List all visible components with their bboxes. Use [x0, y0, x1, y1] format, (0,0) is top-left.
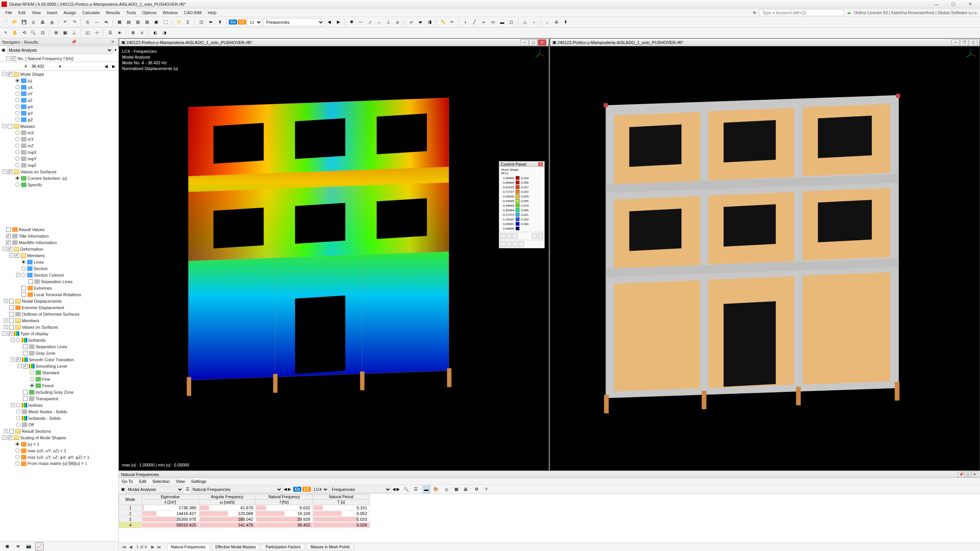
member-icon[interactable]: ═	[480, 18, 488, 26]
mode-dropdown-icon[interactable]: ▾	[59, 64, 61, 69]
table-row[interactable]: 214416.427120.06819.1090.052	[119, 511, 370, 517]
pg-next-icon[interactable]: ▶	[150, 544, 156, 549]
menu-cadbim[interactable]: CAD-BIM	[181, 10, 204, 16]
cp-tool4[interactable]	[532, 233, 537, 239]
menu-tools[interactable]: Tools	[123, 10, 139, 16]
lc-next-icon[interactable]: ▶	[334, 18, 343, 26]
render-solid-icon[interactable]: ▰	[416, 18, 425, 26]
nav-close-icon[interactable]: ✕	[109, 39, 116, 44]
rt-filter-icon[interactable]: ☰	[412, 485, 420, 494]
pg-prev-icon[interactable]: ◀	[127, 544, 134, 549]
lineload-icon[interactable]: ⇊	[552, 18, 561, 26]
ortho-icon[interactable]: ⊥	[70, 29, 78, 37]
menu-assign[interactable]: Assign	[60, 10, 79, 16]
rt-help-icon[interactable]: ?	[482, 485, 490, 494]
rmenu-settings[interactable]: Settings	[191, 479, 206, 484]
undo-icon[interactable]: ↶	[61, 18, 69, 26]
vp2-min[interactable]: —	[951, 39, 960, 46]
keyword-search[interactable]	[760, 9, 844, 16]
print-icon[interactable]: 🖶	[38, 18, 47, 26]
fullscreen-icon[interactable]: ⛶	[161, 18, 170, 26]
rmenu-sel[interactable]: Selection	[152, 479, 170, 484]
rt-export-icon[interactable]: ⎙	[443, 485, 451, 494]
cp-tool5[interactable]	[538, 233, 543, 239]
rt-excel-icon[interactable]: ▦	[452, 485, 461, 494]
menu-calculate[interactable]: Calculate	[79, 10, 103, 16]
rtab-emm[interactable]: Effective Modal Masses	[211, 544, 260, 550]
stress-icon[interactable]: σ	[394, 18, 402, 26]
rtab-pf[interactable]: Participation Factors	[261, 544, 305, 550]
window-close[interactable]: ✕	[962, 0, 978, 8]
open-icon[interactable]: 📂	[11, 18, 19, 26]
measure-icon[interactable]: 📏	[439, 18, 447, 26]
selfilter-icon[interactable]: ☰	[106, 29, 114, 37]
menu-insert[interactable]: Insert	[44, 10, 60, 16]
clip2-icon[interactable]: ◑	[160, 29, 169, 37]
pan-icon[interactable]: ✋	[11, 29, 19, 37]
nav-tab-results-icon[interactable]: 📈	[35, 542, 44, 551]
new-icon[interactable]: 📄	[2, 18, 10, 26]
menu-options[interactable]: Options	[139, 10, 160, 16]
rt-lc-combo[interactable]: LC4	[312, 486, 329, 493]
table-row[interactable]: 458310.425241.47638.4320.026	[119, 522, 370, 528]
results-table[interactable]: Mode Eigenvalue Angular Frequency Natura…	[119, 494, 980, 543]
canvas-model[interactable]	[550, 46, 980, 470]
moment-icon[interactable]: ⌓	[375, 18, 384, 26]
rmenu-goto[interactable]: Go To	[122, 479, 133, 484]
menu-file[interactable]: File	[2, 10, 15, 16]
lc-number-combo[interactable]: LC4	[247, 18, 262, 26]
node-icon[interactable]: •	[461, 18, 470, 26]
canvas-results[interactable]: LC4 - Frequencies Modal Analysis Mode No…	[119, 46, 549, 470]
lc-name-combo[interactable]: Frequencies	[263, 18, 324, 26]
vp1-min[interactable]: —	[520, 39, 529, 46]
rt-prev-icon[interactable]: ◀	[284, 487, 287, 492]
nav-pin-icon[interactable]: 📌	[70, 39, 78, 44]
rt-lcname-combo[interactable]: Frequencies	[330, 486, 391, 493]
vp1-max[interactable]: ▢	[529, 39, 537, 46]
rotate-icon[interactable]: ⟲	[20, 29, 28, 37]
menu-results[interactable]: Results	[103, 10, 123, 16]
cp-tab2[interactable]	[506, 241, 512, 247]
move-icon[interactable]: ↔	[93, 18, 101, 26]
vp2-max[interactable]: ▢	[969, 39, 977, 46]
solid-icon[interactable]: ▬	[498, 18, 506, 26]
vp1-close[interactable]: ✕	[538, 39, 546, 46]
window-minimize[interactable]: —	[928, 0, 945, 8]
surfload-icon[interactable]: ⬇	[562, 18, 570, 26]
cp-tool1[interactable]	[500, 233, 506, 239]
nav-tab-views-icon[interactable]: 📷	[24, 542, 33, 551]
redo-icon[interactable]: ↷	[70, 18, 78, 26]
cp-tab4[interactable]	[519, 241, 524, 247]
mode-prev-icon[interactable]: ◀	[105, 64, 108, 69]
rt-color-icon[interactable]: 🎨	[432, 485, 440, 494]
menu-edit[interactable]: Edit	[15, 10, 29, 16]
opening-icon[interactable]: ◻	[507, 18, 516, 26]
load-icon[interactable]: ↓	[543, 18, 552, 26]
cp-tool2[interactable]	[506, 233, 512, 239]
save-icon[interactable]: 💾	[20, 18, 28, 26]
calc-icon[interactable]: ⚡	[175, 18, 183, 26]
window-cascade-icon[interactable]: ▤	[124, 18, 133, 26]
zoom-icon[interactable]: 🔍	[29, 29, 38, 37]
layers-icon[interactable]: ≣	[129, 29, 137, 37]
table-row[interactable]: 335359.970188.04229.9280.033	[119, 517, 370, 522]
nav-tab-display-icon[interactable]: 👁	[14, 542, 22, 551]
axis-icon[interactable]: ⊹	[93, 29, 101, 37]
control-panel[interactable]: Control Panel× Mode Shape Mf [-] 1.00000…	[499, 161, 545, 248]
workplane-icon[interactable]: ◱	[83, 29, 92, 37]
numbering-icon[interactable]: #	[138, 29, 146, 37]
cp-tool3[interactable]	[513, 233, 518, 239]
rt-lcprev-icon[interactable]: ◀	[392, 487, 395, 492]
cp-tab3[interactable]	[513, 241, 518, 247]
navigator-tree[interactable]: −No. | Natural Frequency f [Hz] 4 38.432…	[0, 54, 118, 541]
view-iso-icon[interactable]: ◫	[197, 18, 206, 26]
window-tile-icon[interactable]: ▦	[115, 18, 124, 26]
rtab-nf[interactable]: Natural Frequencies	[167, 544, 210, 550]
render-wire-icon[interactable]: ▱	[407, 18, 415, 26]
window-v-icon[interactable]: ▧	[143, 18, 151, 26]
nav-tab-data-icon[interactable]: ▣	[3, 542, 11, 551]
visibility-icon[interactable]: 👁	[115, 29, 124, 37]
rt-find-icon[interactable]: 🔍	[402, 485, 410, 494]
window-h-icon[interactable]: ▥	[134, 18, 142, 26]
clip1-icon[interactable]: ◐	[151, 29, 160, 37]
